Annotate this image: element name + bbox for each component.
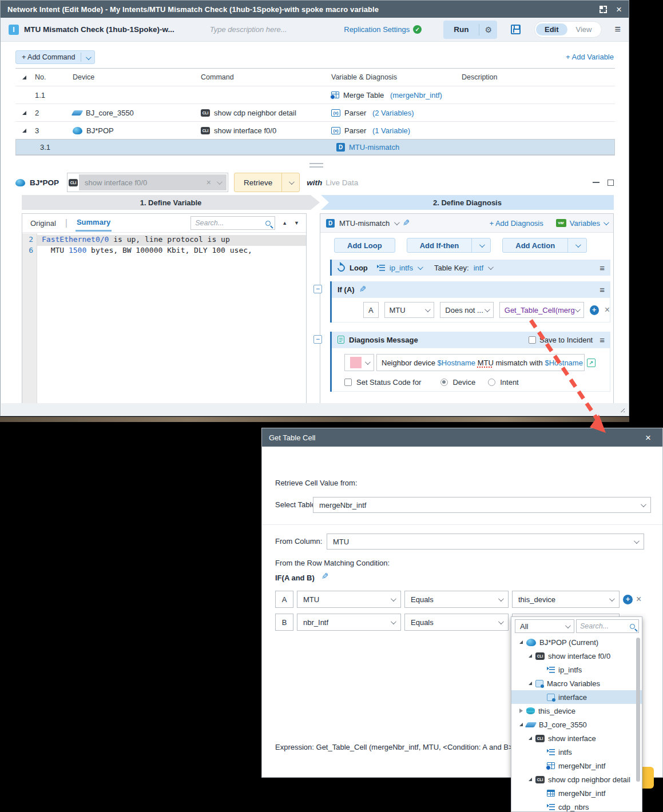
remove-condition-icon[interactable]: ×: [636, 594, 641, 604]
code-line[interactable]: 6 MTU 1500 bytes, BW 100000 Kbit, DLY 10…: [22, 246, 306, 257]
tree-item-variable[interactable]: intfs: [511, 745, 642, 759]
field-select[interactable]: nbr_Intf: [297, 614, 401, 631]
merge-table-link[interactable]: (mergeNbr_intf): [390, 91, 442, 99]
scrollbar[interactable]: [636, 636, 641, 810]
open-editor-icon[interactable]: ↗: [587, 359, 595, 367]
chevron-down-icon[interactable]: [394, 220, 400, 225]
expanded-icon[interactable]: [529, 682, 532, 685]
add-ifthen-button[interactable]: Add If-then: [407, 238, 491, 253]
set-status-code-checkbox[interactable]: [344, 379, 352, 386]
save-to-incident-checkbox[interactable]: [529, 336, 536, 344]
tree-search-input[interactable]: Search...: [576, 619, 639, 633]
close-icon[interactable]: ×: [616, 5, 622, 14]
splitter-handle[interactable]: [309, 163, 323, 168]
table-row[interactable]: 3 BJ*POP CLIshow interface f0/0 (x)Parse…: [15, 121, 615, 139]
loop-menu-icon[interactable]: ≡: [600, 263, 605, 273]
expanded-icon[interactable]: [529, 778, 532, 781]
condition-operator-select[interactable]: Does not ...: [440, 302, 493, 318]
loop-table-select[interactable]: ip_intfs: [390, 264, 413, 272]
severity-color-select[interactable]: [344, 354, 374, 371]
run-settings-gear-icon[interactable]: ⚙: [479, 25, 497, 34]
diagnosis-link[interactable]: MTU-mismatch: [349, 143, 399, 152]
parser-variables-link[interactable]: (2 Variables): [372, 109, 414, 117]
dialog-close-icon[interactable]: ×: [645, 433, 651, 443]
tree-item-selected[interactable]: interface: [511, 690, 642, 704]
add-action-button[interactable]: Add Action: [502, 238, 587, 253]
add-loop-button[interactable]: Add Loop: [334, 238, 395, 253]
scrollbar-thumb[interactable]: [636, 638, 640, 782]
operator-select[interactable]: Equals: [404, 614, 509, 631]
field-select[interactable]: MTU: [297, 591, 401, 608]
table-key-select[interactable]: intf: [474, 264, 483, 272]
retrieve-button[interactable]: Retrieve: [235, 173, 281, 192]
tree-item-device[interactable]: BJ*POP (Current): [511, 635, 642, 649]
chevron-down-icon[interactable]: [575, 242, 581, 248]
if-menu-icon[interactable]: ≡: [600, 285, 605, 294]
expand-icon[interactable]: [22, 129, 26, 133]
collapse-icon[interactable]: [593, 182, 600, 183]
view-tab[interactable]: View: [567, 23, 601, 35]
chevron-down-icon[interactable]: [217, 179, 223, 185]
tab-original[interactable]: Original: [29, 216, 57, 231]
tree-item-variable[interactable]: ip_intfs: [511, 663, 642, 676]
chevron-down-icon[interactable]: [479, 242, 485, 248]
select-table-dropdown[interactable]: mergeNbr_intf: [313, 497, 651, 513]
description-input[interactable]: Type description here...: [210, 25, 287, 34]
remove-condition-icon[interactable]: ×: [605, 305, 610, 315]
diagnosis-message-input[interactable]: Neighbor device $Hostname MTU mismatch w…: [376, 354, 585, 371]
add-condition-icon[interactable]: +: [623, 595, 633, 604]
edit-pencil-icon[interactable]: ✎: [403, 218, 410, 228]
expanded-icon[interactable]: [529, 737, 532, 740]
tree-item-device[interactable]: this_device: [511, 704, 642, 718]
table-row[interactable]: 1.1 Merge Table (mergeNbr_intf): [15, 86, 615, 104]
add-command-button[interactable]: + Add Command: [15, 50, 95, 64]
menu-icon[interactable]: ≡: [614, 23, 621, 35]
value-select[interactable]: this_device: [512, 591, 620, 608]
collapse-if-icon[interactable]: −: [313, 285, 322, 293]
prev-match-icon[interactable]: ▲: [282, 220, 287, 226]
chevron-down-icon[interactable]: [86, 54, 92, 60]
condition-value-select[interactable]: Get_Table_Cell(merg: [499, 302, 584, 318]
chevron-down-icon[interactable]: [418, 264, 423, 270]
device-radio[interactable]: [440, 379, 448, 386]
tree-item-device[interactable]: BJ_core_3550: [511, 718, 642, 731]
diagnosis-name-select[interactable]: MTU-mismatch: [339, 219, 390, 228]
retrieve-options-chevron[interactable]: [282, 173, 299, 192]
expanded-icon[interactable]: [529, 654, 532, 658]
chevron-down-icon[interactable]: [488, 264, 494, 270]
collapse-all-icon[interactable]: [22, 75, 26, 79]
cli-output-summary[interactable]: 2 FastEthernet0/0 is up, line protocol i…: [22, 233, 306, 404]
edit-pencil-icon[interactable]: ✎: [321, 571, 329, 582]
variables-menu[interactable]: var Variables: [556, 219, 608, 228]
filter-select[interactable]: All: [515, 619, 574, 633]
collapsed-icon[interactable]: [519, 708, 523, 713]
table-row-selected[interactable]: 3.1 DMTU-mismatch: [15, 139, 615, 155]
clear-icon[interactable]: ×: [207, 178, 211, 187]
edit-pencil-icon[interactable]: ✎: [359, 284, 367, 294]
next-match-icon[interactable]: ▼: [294, 220, 299, 226]
tab-summary[interactable]: Summary: [76, 214, 112, 232]
cli-command-input[interactable]: CLI show interface f0/0 ×: [67, 173, 228, 192]
replication-settings-link[interactable]: Replication Settings ✓: [344, 25, 422, 34]
parser-variables-link[interactable]: (1 Variable): [372, 126, 410, 135]
add-condition-icon[interactable]: +: [590, 305, 599, 315]
tree-item-command[interactable]: CLI show cdp neighbor detail: [511, 773, 642, 786]
tree-item-macro-group[interactable]: Macro Variables: [511, 676, 642, 690]
resize-grip[interactable]: [619, 407, 625, 412]
expanded-icon[interactable]: [519, 640, 523, 644]
edit-tab[interactable]: Edit: [536, 23, 567, 35]
search-input[interactable]: Search...: [190, 216, 275, 230]
table-row[interactable]: 2 BJ_core_3550 CLIshow cdp neighbor deta…: [15, 104, 615, 121]
run-button[interactable]: Run: [443, 25, 479, 34]
tree-item-variable[interactable]: cdp_nbrs: [511, 800, 642, 812]
search-icon[interactable]: [630, 624, 635, 629]
expand-icon[interactable]: [22, 111, 26, 115]
expanded-icon[interactable]: [519, 723, 523, 726]
tree-item-variable[interactable]: mergeNbr_intf: [511, 759, 642, 773]
from-column-dropdown[interactable]: MTU: [327, 534, 644, 550]
save-icon[interactable]: [511, 25, 521, 34]
tree-item-command[interactable]: CLI show interface f0/0: [511, 649, 642, 663]
maximize-icon[interactable]: [600, 6, 607, 13]
expand-window-icon[interactable]: [608, 180, 614, 186]
condition-field-select[interactable]: MTU: [384, 302, 435, 318]
